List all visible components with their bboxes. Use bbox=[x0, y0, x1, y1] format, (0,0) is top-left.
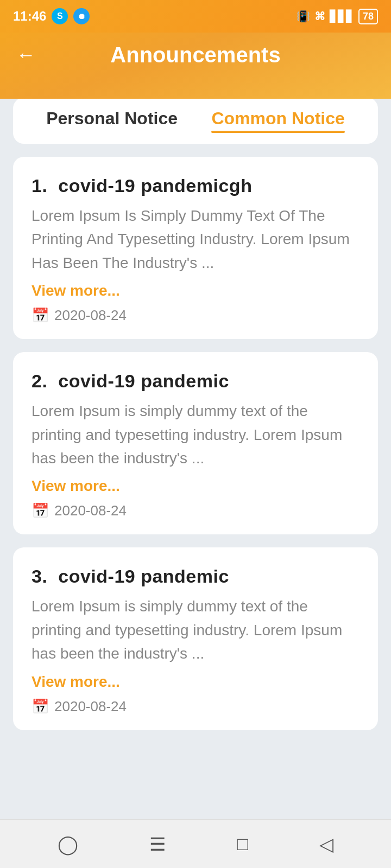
notice-3-date-row: 📅 2020-08-24 bbox=[31, 698, 360, 715]
notice-card-1: 1. covid-19 pandemicgh Lorem Ipsum Is Si… bbox=[13, 157, 378, 339]
back-button[interactable]: ← bbox=[16, 43, 36, 66]
calendar-icon-3: 📅 bbox=[31, 698, 49, 715]
rec-icon: ⏺ bbox=[73, 8, 90, 24]
notice-3-view-more[interactable]: View more... bbox=[31, 673, 360, 691]
back-triangle-button[interactable]: ◁ bbox=[319, 833, 333, 855]
tab-personal-notice[interactable]: Personal Notice bbox=[46, 108, 178, 133]
notice-1-body: Lorem Ipsum Is Simply Dummy Text Of The … bbox=[31, 204, 360, 275]
notice-2-view-more[interactable]: View more... bbox=[31, 477, 360, 495]
time-label: 11:46 bbox=[13, 9, 46, 24]
notice-2-body: Lorem Ipsum is simply dummy text of the … bbox=[31, 399, 360, 470]
header: ← Announcements bbox=[0, 33, 391, 99]
battery-label: 78 bbox=[358, 9, 378, 24]
bottom-nav: ◯ ☰ □ ◁ bbox=[0, 819, 391, 868]
notice-card-3: 3. covid-19 pandemic Lorem Ipsum is simp… bbox=[13, 547, 378, 730]
tab-bar: Personal Notice Common Notice bbox=[13, 98, 378, 144]
menu-button[interactable]: ☰ bbox=[149, 833, 166, 855]
notice-1-date-row: 📅 2020-08-24 bbox=[31, 307, 360, 324]
status-bar-left: 11:46 S ⏺ bbox=[13, 8, 90, 24]
notice-1-view-more[interactable]: View more... bbox=[31, 282, 360, 299]
skype-icon: S bbox=[52, 8, 68, 24]
status-bar-right: 📳 ⌘ ▋▋▋ 78 bbox=[297, 9, 378, 24]
page-title: Announcements bbox=[110, 43, 280, 67]
notice-card-2: 2. covid-19 pandemic Lorem Ipsum is simp… bbox=[13, 352, 378, 534]
calendar-icon-2: 📅 bbox=[31, 502, 49, 519]
notice-2-date-row: 📅 2020-08-24 bbox=[31, 502, 360, 519]
notice-1-date: 2020-08-24 bbox=[54, 307, 127, 324]
calendar-icon-1: 📅 bbox=[31, 307, 49, 324]
status-bar: 11:46 S ⏺ 📳 ⌘ ▋▋▋ 78 bbox=[0, 0, 391, 33]
notice-2-date: 2020-08-24 bbox=[54, 502, 127, 519]
vibrate-icon: 📳 bbox=[297, 10, 310, 23]
main-content: Personal Notice Common Notice 1. covid-1… bbox=[0, 82, 391, 819]
notice-3-body: Lorem Ipsum is simply dummy text of the … bbox=[31, 595, 360, 665]
notice-3-date: 2020-08-24 bbox=[54, 698, 127, 715]
wifi-icon: ⌘ bbox=[314, 10, 325, 23]
signal-icon: ▋▋▋ bbox=[330, 10, 354, 23]
notice-1-title: 1. covid-19 pandemicgh bbox=[31, 175, 360, 196]
notice-3-title: 3. covid-19 pandemic bbox=[31, 566, 360, 587]
home-button[interactable]: ◯ bbox=[58, 833, 78, 855]
tab-common-notice[interactable]: Common Notice bbox=[211, 108, 344, 133]
back-button-nav[interactable]: □ bbox=[237, 833, 248, 854]
notice-2-title: 2. covid-19 pandemic bbox=[31, 371, 360, 392]
